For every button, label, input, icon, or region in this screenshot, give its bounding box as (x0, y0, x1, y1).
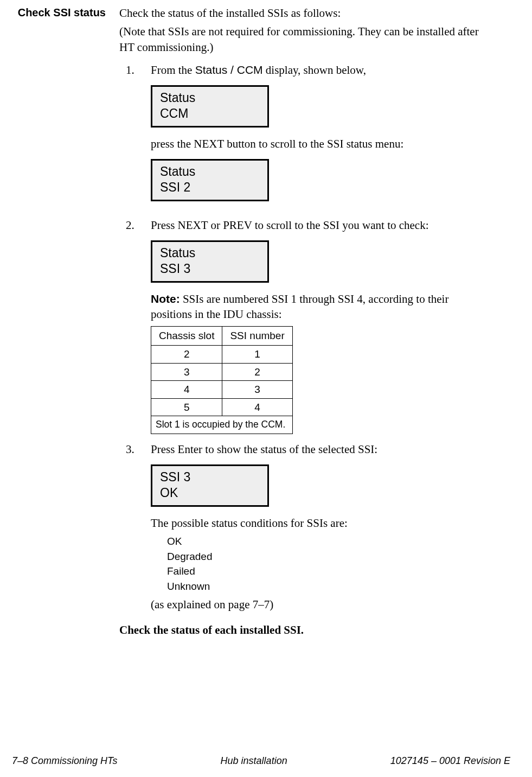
footer-center: Hub installation (221, 754, 287, 767)
step-3-text: Press Enter to show the status of the se… (151, 442, 486, 457)
step-1-follow: press the NEXT button to scroll to the S… (151, 136, 486, 151)
intro-block: Check the status of the installed SSIs a… (119, 5, 486, 55)
lcd-line-1: Status (160, 164, 260, 180)
th-chassis-slot: Chassis slot (151, 327, 222, 346)
lcd-line-2: SSI 2 (160, 180, 260, 195)
cell-slot: 4 (151, 381, 222, 399)
note-label: Note: (151, 292, 180, 305)
lcd-status-ssi2: Status SSI 2 (151, 159, 269, 201)
page-footer: 7–8 Commissioning HTs Hub installation 1… (0, 754, 532, 767)
status-item: Degraded (167, 549, 486, 564)
intro-line-1: Check the status of the installed SSIs a… (119, 5, 486, 21)
cell-ssi: 2 (222, 363, 292, 381)
status-item: Unknown (167, 579, 486, 594)
step-3-after: The possible status conditions for SSIs … (151, 515, 486, 531)
cell-slot: 3 (151, 363, 222, 381)
lcd-line-1: Status (160, 245, 260, 261)
cell-slot: 2 (151, 345, 222, 363)
lcd-status-ssi3: Status SSI 3 (151, 240, 269, 283)
step-2-note: Note: SSIs are numbered SSI 1 through SS… (151, 291, 486, 322)
lcd-line-2: CCM (160, 106, 260, 122)
cell-ssi: 4 (222, 398, 292, 416)
table-header-row: Chassis slot SSI number (151, 327, 293, 346)
status-list: OK Degraded Failed Unknown (167, 534, 486, 594)
intro-line-2: (Note that SSIs are not required for com… (119, 24, 486, 55)
chassis-table: Chassis slot SSI number 2 1 3 (151, 326, 293, 434)
note-text: SSIs are numbered SSI 1 through SSI 4, a… (151, 292, 448, 321)
step-1-lead-sans: Status / CCM (195, 63, 263, 76)
lcd-ssi3-ok: SSI 3 OK (151, 464, 269, 507)
lcd-status-ccm: Status CCM (151, 85, 269, 128)
step-1-lead-after: display, shown below, (263, 63, 366, 77)
th-ssi-number: SSI number (222, 327, 292, 346)
footer-right: 1027145 – 0001 Revision E (390, 754, 510, 767)
step-1-lead: From the Status / CCM display, shown bel… (151, 62, 486, 78)
lcd-line-1: SSI 3 (160, 469, 260, 485)
cell-slot: 5 (151, 398, 222, 416)
lcd-line-2: OK (160, 485, 260, 501)
lcd-line-2: SSI 3 (160, 261, 260, 277)
step-2: Press NEXT or PREV to scroll to the SSI … (119, 218, 486, 434)
cell-ssi: 1 (222, 345, 292, 363)
section-heading: Check SSI status (0, 5, 119, 20)
table-row: 2 1 (151, 345, 293, 363)
table-footnote: Slot 1 is occupied by the CCM. (151, 416, 293, 434)
lcd-line-1: Status (160, 90, 260, 106)
status-item: OK (167, 534, 486, 549)
step-2-text: Press NEXT or PREV to scroll to the SSI … (151, 218, 486, 233)
final-instruction: Check the status of each installed SSI. (119, 622, 486, 638)
table-row: 3 2 (151, 363, 293, 381)
step-3-after2: (as explained on page 7–7) (151, 597, 486, 612)
table-row: 4 3 (151, 381, 293, 399)
step-1-lead-before: From the (151, 63, 195, 77)
status-item: Failed (167, 564, 486, 579)
step-1: From the Status / CCM display, shown bel… (119, 62, 486, 210)
table-row: 5 4 (151, 398, 293, 416)
cell-ssi: 3 (222, 381, 292, 399)
table-footnote-row: Slot 1 is occupied by the CCM. (151, 416, 293, 434)
footer-left: 7–8 Commissioning HTs (12, 754, 117, 767)
step-3: Press Enter to show the status of the se… (119, 442, 486, 613)
